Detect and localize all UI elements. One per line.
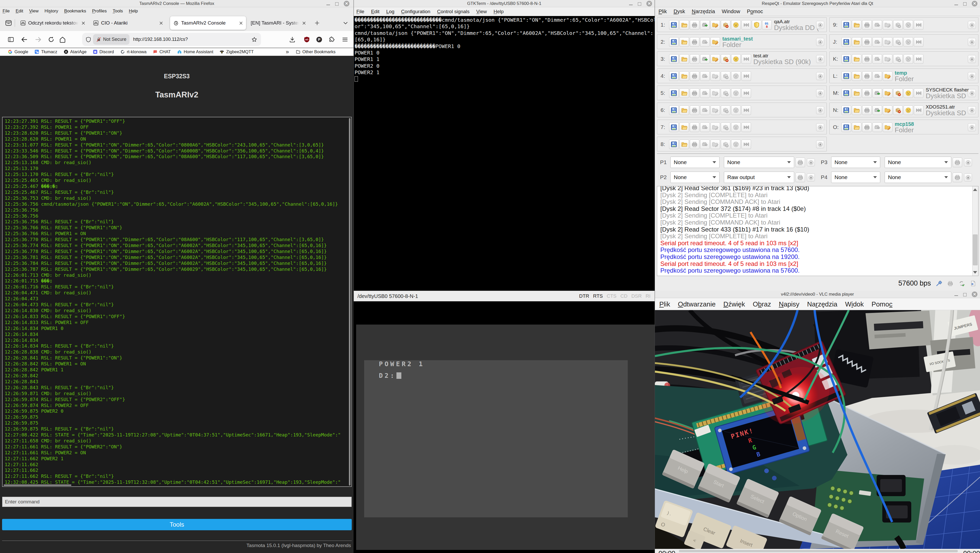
edit-folder-button[interactable] <box>883 88 892 98</box>
edit-folder-button[interactable] <box>883 37 892 47</box>
minimize-button[interactable] <box>326 5 330 5</box>
printer-icon[interactable] <box>947 280 954 287</box>
back-icon[interactable] <box>21 36 28 43</box>
firefox-menu-edit[interactable]: Edit <box>16 8 23 14</box>
edit-folder-button[interactable] <box>883 105 892 115</box>
shield-button[interactable] <box>752 20 761 30</box>
sync-green-icon[interactable] <box>958 280 965 287</box>
revert-button[interactable] <box>700 72 710 81</box>
tab-4[interactable]: [EN] TasmARI - SystemEmbe <box>247 16 309 30</box>
floppy-save-button[interactable] <box>669 37 679 47</box>
save-as-button[interactable] <box>690 88 699 98</box>
edit-folder-button[interactable] <box>710 20 720 30</box>
respeqt-menu-dysk[interactable]: Dysk <box>673 8 685 14</box>
gtkterm-menu-view[interactable]: View <box>476 9 487 14</box>
unmount-button[interactable] <box>893 88 903 98</box>
printer-type-combo[interactable]: None <box>831 157 880 168</box>
face-button[interactable] <box>731 140 741 149</box>
revert-green-button[interactable] <box>872 88 882 98</box>
face-button[interactable] <box>731 105 741 115</box>
firefox-menu-help[interactable]: Help <box>129 8 138 14</box>
eject-button[interactable] <box>968 55 976 63</box>
folder-open-button[interactable] <box>852 20 861 30</box>
close-icon[interactable] <box>159 21 164 25</box>
edit-folder-button[interactable] <box>710 88 720 98</box>
eject-button[interactable] <box>968 89 976 97</box>
gtkterm-menu-help[interactable]: Help <box>494 9 504 14</box>
console-log[interactable]: 12:23:27.391 RSL: RESULT = {"POWER1":"OF… <box>2 117 352 487</box>
floppy-save-button[interactable] <box>842 72 851 81</box>
unmount-button[interactable] <box>721 140 730 149</box>
serial-cable-icon[interactable] <box>935 280 942 287</box>
gtkterm-menu-log[interactable]: Log <box>386 9 395 14</box>
printer-eject-button[interactable] <box>964 158 972 167</box>
revert-green-button[interactable] <box>700 54 710 64</box>
firefox-menu-tools[interactable]: Tools <box>113 8 123 14</box>
bookmark-chat[interactable]: CHAT <box>153 49 171 54</box>
respeqt-menu-narzdzia[interactable]: Narzędzia <box>692 8 715 14</box>
eject-button[interactable] <box>968 38 976 46</box>
other-bookmarks[interactable]: Other Bookmarks <box>296 49 336 54</box>
folder-open-button[interactable] <box>679 72 689 81</box>
revert-button[interactable] <box>700 105 710 115</box>
printer-output-combo[interactable]: None <box>885 157 951 168</box>
tab-1[interactable]: Odczyt rekordu tekstow <box>17 16 88 30</box>
unmount-button[interactable] <box>893 37 903 47</box>
respeqt-menu-pomoc[interactable]: Pomoc <box>747 8 763 14</box>
firefox-menu-file[interactable]: File <box>3 8 10 14</box>
save-as-button[interactable] <box>862 105 872 115</box>
unmount-button[interactable] <box>893 105 903 115</box>
face-button[interactable] <box>731 54 741 64</box>
scroll-down-arrow[interactable] <box>973 271 977 274</box>
home-icon[interactable] <box>59 36 66 43</box>
folder-open-button[interactable] <box>852 88 861 98</box>
vlc-menu-narzdzia[interactable]: Narzędzia <box>807 300 837 308</box>
edit-folder-button[interactable] <box>710 140 720 149</box>
eject-button[interactable] <box>816 55 824 63</box>
folder-open-button[interactable] <box>679 20 689 30</box>
save-as-button[interactable] <box>690 140 699 149</box>
close-button[interactable]: ✕ <box>646 1 652 6</box>
minimize-button[interactable] <box>955 5 958 5</box>
save-as-button[interactable] <box>862 20 872 30</box>
maximize-button[interactable] <box>963 2 967 6</box>
gtkterm-terminal[interactable]: ����������������������������cmnd/tasmota… <box>354 16 655 291</box>
plus-icon[interactable] <box>314 20 320 26</box>
edit-folder-button[interactable] <box>883 54 892 64</box>
fast-forward-button[interactable] <box>914 88 923 98</box>
floppy-save-button[interactable] <box>669 20 679 30</box>
revert-button[interactable] <box>700 140 710 149</box>
face-button[interactable] <box>904 105 913 115</box>
revert-button[interactable] <box>872 20 882 30</box>
floppy-save-button[interactable] <box>842 88 851 98</box>
eject-button[interactable] <box>816 72 824 80</box>
fast-forward-button[interactable] <box>741 122 751 132</box>
console-hscrollbar[interactable] <box>4 485 71 486</box>
eject-button[interactable] <box>968 72 976 80</box>
floppy-save-button[interactable] <box>842 54 851 64</box>
bookmark-zigbee[interactable]: Zigbee2MQTT <box>220 49 253 54</box>
fast-forward-button[interactable] <box>914 20 923 30</box>
url-text[interactable]: http://192.168.100.112/cs? <box>133 37 251 42</box>
gtkterm-menu-controlsignals[interactable]: Control signals <box>437 9 469 14</box>
tools-button[interactable]: Tools <box>2 519 352 530</box>
vlc-menu-odtwarzanie[interactable]: Odtwarzanie <box>678 300 716 308</box>
sidebar-icon[interactable] <box>7 36 14 43</box>
unmount-button[interactable] <box>721 122 730 132</box>
bookmark-translate[interactable]: G文Tłumacz <box>34 49 57 54</box>
save-as-button[interactable] <box>862 88 872 98</box>
folder-open-button[interactable] <box>679 37 689 47</box>
fast-forward-button[interactable] <box>741 72 751 81</box>
security-chip[interactable]: Not Secure <box>93 34 129 45</box>
eject-button[interactable] <box>816 21 824 29</box>
save-as-button[interactable] <box>862 72 872 81</box>
firefox-menu-profiles[interactable]: Profiles <box>92 8 107 14</box>
seek-slider[interactable] <box>679 550 958 552</box>
unmount-button[interactable] <box>721 72 730 81</box>
minimize-button[interactable] <box>955 296 958 296</box>
unmount-button[interactable] <box>721 88 730 98</box>
bookmark-rt-klonowa[interactable]: rt-klonowa <box>120 49 146 54</box>
eject-button[interactable] <box>816 123 824 131</box>
edit-folder-button[interactable] <box>710 72 720 81</box>
fast-forward-button[interactable] <box>914 105 923 115</box>
